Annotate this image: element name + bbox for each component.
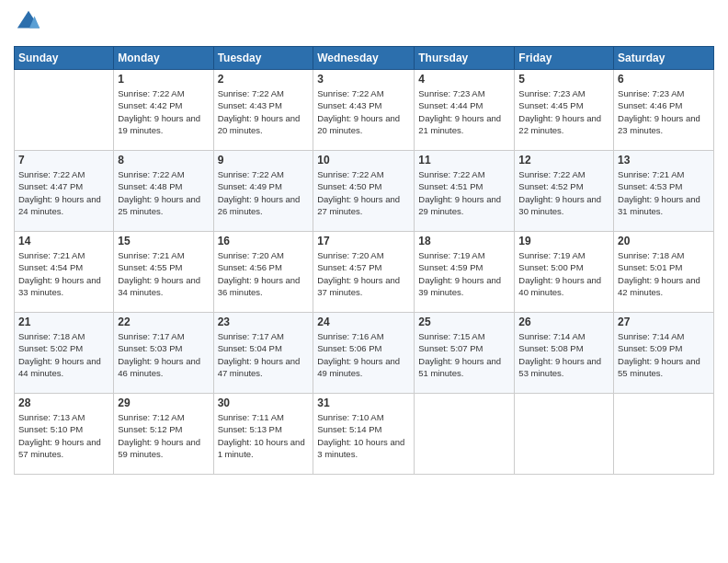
calendar-cell: 15Sunrise: 7:21 AMSunset: 4:55 PMDayligh… bbox=[114, 232, 213, 313]
calendar-header-saturday: Saturday bbox=[614, 47, 714, 70]
logo bbox=[14, 9, 41, 39]
calendar-cell: 19Sunrise: 7:19 AMSunset: 5:00 PMDayligh… bbox=[515, 232, 614, 313]
day-info: Sunrise: 7:16 AMSunset: 5:06 PMDaylight:… bbox=[317, 330, 410, 379]
day-number: 6 bbox=[618, 73, 710, 86]
calendar-cell: 31Sunrise: 7:10 AMSunset: 5:14 PMDayligh… bbox=[313, 394, 415, 475]
calendar-header-sunday: Sunday bbox=[15, 47, 114, 70]
calendar-cell: 16Sunrise: 7:20 AMSunset: 4:56 PMDayligh… bbox=[213, 232, 313, 313]
day-info: Sunrise: 7:20 AMSunset: 4:57 PMDaylight:… bbox=[317, 249, 410, 298]
day-number: 30 bbox=[218, 396, 310, 409]
calendar-header-monday: Monday bbox=[114, 47, 213, 70]
calendar-week-5: 28Sunrise: 7:13 AMSunset: 5:10 PMDayligh… bbox=[15, 394, 714, 475]
day-number: 21 bbox=[18, 316, 109, 328]
day-number: 16 bbox=[218, 235, 310, 247]
day-info: Sunrise: 7:23 AMSunset: 4:46 PMDaylight:… bbox=[618, 87, 710, 136]
day-number: 26 bbox=[518, 316, 609, 328]
calendar-week-1: 1Sunrise: 7:22 AMSunset: 4:42 PMDaylight… bbox=[15, 70, 714, 151]
day-number: 25 bbox=[418, 316, 510, 328]
day-info: Sunrise: 7:12 AMSunset: 5:12 PMDaylight:… bbox=[118, 411, 209, 460]
day-number: 10 bbox=[317, 154, 410, 167]
day-info: Sunrise: 7:17 AMSunset: 5:03 PMDaylight:… bbox=[118, 330, 209, 379]
day-number: 4 bbox=[418, 73, 510, 86]
calendar-cell bbox=[415, 394, 515, 475]
calendar-cell: 2Sunrise: 7:22 AMSunset: 4:43 PMDaylight… bbox=[213, 70, 313, 151]
calendar-cell: 13Sunrise: 7:21 AMSunset: 4:53 PMDayligh… bbox=[614, 151, 714, 232]
calendar-table: SundayMondayTuesdayWednesdayThursdayFrid… bbox=[14, 46, 714, 475]
day-info: Sunrise: 7:14 AMSunset: 5:09 PMDaylight:… bbox=[618, 330, 710, 379]
day-info: Sunrise: 7:13 AMSunset: 5:10 PMDaylight:… bbox=[18, 411, 109, 460]
calendar-cell: 12Sunrise: 7:22 AMSunset: 4:52 PMDayligh… bbox=[515, 151, 614, 232]
calendar-cell: 14Sunrise: 7:21 AMSunset: 4:54 PMDayligh… bbox=[15, 232, 114, 313]
day-number: 8 bbox=[118, 154, 209, 167]
header bbox=[14, 9, 714, 39]
day-number: 11 bbox=[418, 154, 510, 167]
day-info: Sunrise: 7:22 AMSunset: 4:47 PMDaylight:… bbox=[18, 168, 109, 217]
day-info: Sunrise: 7:22 AMSunset: 4:50 PMDaylight:… bbox=[317, 168, 410, 217]
day-info: Sunrise: 7:10 AMSunset: 5:14 PMDaylight:… bbox=[317, 411, 410, 460]
day-number: 31 bbox=[317, 396, 410, 409]
day-info: Sunrise: 7:14 AMSunset: 5:08 PMDaylight:… bbox=[518, 330, 609, 379]
calendar-cell: 23Sunrise: 7:17 AMSunset: 5:04 PMDayligh… bbox=[213, 313, 313, 394]
calendar-cell: 21Sunrise: 7:18 AMSunset: 5:02 PMDayligh… bbox=[15, 313, 114, 394]
calendar-cell bbox=[515, 394, 614, 475]
calendar-cell bbox=[15, 70, 114, 151]
day-number: 13 bbox=[618, 154, 710, 167]
day-number: 1 bbox=[118, 73, 209, 86]
day-info: Sunrise: 7:20 AMSunset: 4:56 PMDaylight:… bbox=[218, 249, 310, 298]
day-number: 22 bbox=[118, 316, 209, 328]
calendar-week-2: 7Sunrise: 7:22 AMSunset: 4:47 PMDaylight… bbox=[15, 151, 714, 232]
calendar-cell: 4Sunrise: 7:23 AMSunset: 4:44 PMDaylight… bbox=[415, 70, 515, 151]
day-info: Sunrise: 7:19 AMSunset: 5:00 PMDaylight:… bbox=[518, 249, 609, 298]
day-number: 28 bbox=[18, 396, 109, 409]
day-info: Sunrise: 7:23 AMSunset: 4:44 PMDaylight:… bbox=[418, 87, 510, 136]
day-number: 5 bbox=[518, 73, 609, 86]
calendar-cell: 30Sunrise: 7:11 AMSunset: 5:13 PMDayligh… bbox=[213, 394, 313, 475]
day-info: Sunrise: 7:22 AMSunset: 4:52 PMDaylight:… bbox=[518, 168, 609, 217]
day-info: Sunrise: 7:18 AMSunset: 5:02 PMDaylight:… bbox=[18, 330, 109, 379]
calendar-cell: 6Sunrise: 7:23 AMSunset: 4:46 PMDaylight… bbox=[614, 70, 714, 151]
calendar-header-wednesday: Wednesday bbox=[313, 47, 415, 70]
day-info: Sunrise: 7:21 AMSunset: 4:55 PMDaylight:… bbox=[118, 249, 209, 298]
calendar-cell: 8Sunrise: 7:22 AMSunset: 4:48 PMDaylight… bbox=[114, 151, 213, 232]
day-number: 27 bbox=[618, 316, 710, 328]
calendar-cell: 3Sunrise: 7:22 AMSunset: 4:43 PMDaylight… bbox=[313, 70, 415, 151]
day-info: Sunrise: 7:21 AMSunset: 4:54 PMDaylight:… bbox=[18, 249, 109, 298]
day-number: 18 bbox=[418, 235, 510, 247]
day-number: 20 bbox=[618, 235, 710, 247]
calendar-cell: 1Sunrise: 7:22 AMSunset: 4:42 PMDaylight… bbox=[114, 70, 213, 151]
day-number: 2 bbox=[218, 73, 310, 86]
calendar-cell: 18Sunrise: 7:19 AMSunset: 4:59 PMDayligh… bbox=[415, 232, 515, 313]
calendar-cell bbox=[614, 394, 714, 475]
logo-icon bbox=[16, 9, 41, 35]
calendar-cell: 26Sunrise: 7:14 AMSunset: 5:08 PMDayligh… bbox=[515, 313, 614, 394]
day-info: Sunrise: 7:23 AMSunset: 4:45 PMDaylight:… bbox=[518, 87, 609, 136]
day-info: Sunrise: 7:18 AMSunset: 5:01 PMDaylight:… bbox=[618, 249, 710, 298]
day-number: 9 bbox=[218, 154, 310, 167]
calendar-cell: 10Sunrise: 7:22 AMSunset: 4:50 PMDayligh… bbox=[313, 151, 415, 232]
day-info: Sunrise: 7:22 AMSunset: 4:42 PMDaylight:… bbox=[118, 87, 209, 136]
day-info: Sunrise: 7:19 AMSunset: 4:59 PMDaylight:… bbox=[418, 249, 510, 298]
day-number: 19 bbox=[518, 235, 609, 247]
day-number: 15 bbox=[118, 235, 209, 247]
day-number: 23 bbox=[218, 316, 310, 328]
day-number: 3 bbox=[317, 73, 410, 86]
calendar-header-tuesday: Tuesday bbox=[213, 47, 313, 70]
day-number: 24 bbox=[317, 316, 410, 328]
day-number: 7 bbox=[18, 154, 109, 167]
calendar-cell: 28Sunrise: 7:13 AMSunset: 5:10 PMDayligh… bbox=[15, 394, 114, 475]
day-info: Sunrise: 7:22 AMSunset: 4:49 PMDaylight:… bbox=[218, 168, 310, 217]
day-info: Sunrise: 7:22 AMSunset: 4:48 PMDaylight:… bbox=[118, 168, 209, 217]
calendar-cell: 9Sunrise: 7:22 AMSunset: 4:49 PMDaylight… bbox=[213, 151, 313, 232]
calendar-week-3: 14Sunrise: 7:21 AMSunset: 4:54 PMDayligh… bbox=[15, 232, 714, 313]
calendar-cell: 25Sunrise: 7:15 AMSunset: 5:07 PMDayligh… bbox=[415, 313, 515, 394]
day-info: Sunrise: 7:22 AMSunset: 4:51 PMDaylight:… bbox=[418, 168, 510, 217]
day-number: 17 bbox=[317, 235, 410, 247]
calendar-cell: 22Sunrise: 7:17 AMSunset: 5:03 PMDayligh… bbox=[114, 313, 213, 394]
calendar-week-4: 21Sunrise: 7:18 AMSunset: 5:02 PMDayligh… bbox=[15, 313, 714, 394]
calendar-cell: 20Sunrise: 7:18 AMSunset: 5:01 PMDayligh… bbox=[614, 232, 714, 313]
calendar-cell: 11Sunrise: 7:22 AMSunset: 4:51 PMDayligh… bbox=[415, 151, 515, 232]
calendar-header-row: SundayMondayTuesdayWednesdayThursdayFrid… bbox=[15, 47, 714, 70]
day-info: Sunrise: 7:22 AMSunset: 4:43 PMDaylight:… bbox=[218, 87, 310, 136]
calendar-header-friday: Friday bbox=[515, 47, 614, 70]
day-number: 14 bbox=[18, 235, 109, 247]
